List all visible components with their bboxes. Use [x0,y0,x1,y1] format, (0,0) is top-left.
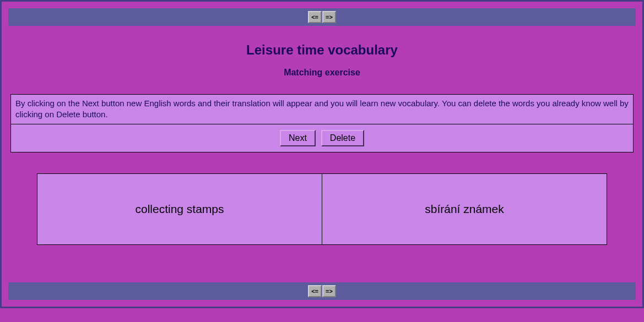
vocabulary-cards: collecting stamps sbírání známek [37,173,607,245]
top-nav-buttons: <= => [308,11,336,23]
translation-card: sbírání známek [322,173,607,245]
english-word: collecting stamps [135,203,224,216]
instructions-text: By clicking on the Next button new Engli… [15,99,629,119]
nav-prev-button-bottom[interactable]: <= [308,285,322,297]
bottom-navbar: <= => [8,282,636,300]
next-button[interactable]: Next [280,130,316,146]
controls-panel: Next Delete [10,124,634,152]
instructions-panel: By clicking on the Next button new Engli… [10,94,634,124]
nav-next-button-bottom[interactable]: => [322,285,336,297]
delete-button[interactable]: Delete [321,130,364,146]
english-card: collecting stamps [37,173,322,245]
bottom-nav-buttons: <= => [308,285,336,297]
page-title: Leisure time vocabulary [4,42,640,58]
page-subtitle: Matching exercise [4,68,640,78]
nav-next-button[interactable]: => [322,11,336,23]
translation-word: sbírání známek [425,203,504,216]
top-navbar: <= => [8,8,636,26]
nav-prev-button[interactable]: <= [308,11,322,23]
